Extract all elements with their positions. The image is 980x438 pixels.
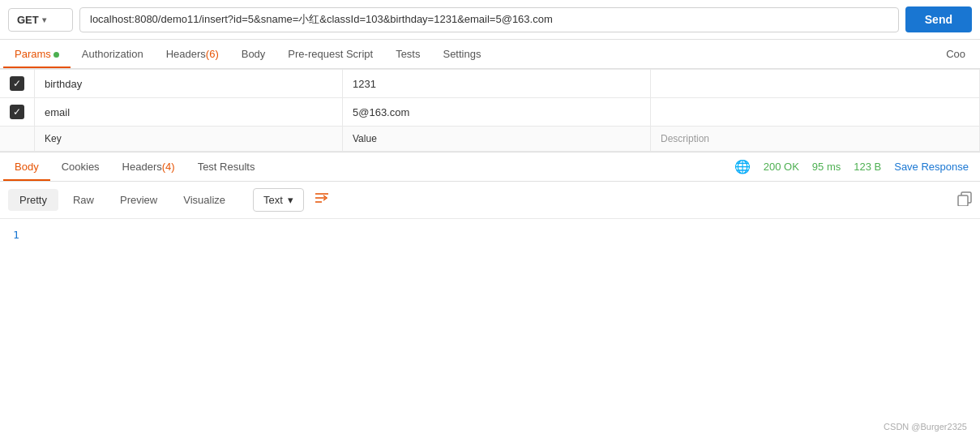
method-label: GET	[17, 14, 39, 26]
view-tab-pretty[interactable]: Pretty	[8, 189, 58, 211]
tab-headers[interactable]: Headers(6)	[155, 40, 230, 68]
table-row: ✓ birthday 1231	[0, 70, 980, 98]
method-select[interactable]: GET ▾	[8, 8, 73, 32]
tab-body[interactable]: Body	[230, 40, 277, 68]
save-response-button[interactable]: Save Response	[894, 161, 969, 173]
status-info: 🌐 200 OK 95 ms 123 B Save Response	[734, 159, 977, 174]
tab-prerequest[interactable]: Pre-request Script	[276, 40, 384, 68]
line-number: 1	[13, 229, 19, 241]
wrap-lines-icon[interactable]	[314, 191, 330, 209]
bottom-tab-test-results[interactable]: Test Results	[186, 152, 267, 181]
response-content: 1	[0, 219, 980, 251]
bottom-section: Body Cookies Headers(4) Test Results 🌐 2…	[0, 152, 980, 251]
desc-cell-0	[651, 70, 980, 98]
url-input[interactable]	[79, 7, 899, 32]
header-key-cell: Key	[35, 127, 343, 152]
checkbox-cell-1[interactable]: ✓	[0, 98, 35, 127]
key-cell-0: birthday	[35, 70, 343, 98]
top-bar: GET ▾ Send	[0, 0, 980, 40]
status-size: 123 B	[854, 161, 881, 173]
checkbox-cell-0[interactable]: ✓	[0, 70, 35, 98]
text-format-chevron-icon: ▾	[288, 194, 293, 206]
tab-params[interactable]: Params	[3, 40, 71, 68]
bottom-tab-cookies[interactable]: Cookies	[50, 152, 111, 181]
bottom-tab-body[interactable]: Body	[3, 152, 50, 181]
params-header-row: Key Value Description	[0, 127, 980, 152]
value-cell-1: 5@163.com	[343, 98, 651, 127]
response-view-tabs: Pretty Raw Preview Visualize Text ▾	[0, 182, 980, 219]
view-tab-preview[interactable]: Preview	[109, 189, 169, 211]
nav-tabs: Params Authorization Headers(6) Body Pre…	[0, 40, 980, 69]
tab-settings[interactable]: Settings	[431, 40, 492, 68]
value-cell-0: 1231	[343, 70, 651, 98]
text-format-dropdown[interactable]: Text ▾	[253, 188, 304, 212]
globe-icon: 🌐	[734, 159, 751, 174]
header-checkbox-cell	[0, 127, 35, 152]
svg-rect-4	[958, 195, 968, 206]
tab-coo[interactable]: Coo	[935, 40, 977, 68]
bottom-tab-headers[interactable]: Headers(4)	[111, 152, 186, 181]
status-time: 95 ms	[812, 161, 841, 173]
params-dot	[53, 52, 59, 58]
footer: CSDN @Burger2325	[884, 422, 967, 432]
copy-icon[interactable]	[957, 191, 972, 209]
checkbox-1[interactable]: ✓	[10, 105, 24, 119]
checkbox-0[interactable]: ✓	[10, 76, 24, 91]
chevron-down-icon: ▾	[42, 15, 46, 24]
view-tab-visualize[interactable]: Visualize	[172, 189, 237, 211]
tab-authorization[interactable]: Authorization	[71, 40, 155, 68]
header-value-cell: Value	[343, 127, 651, 152]
send-button[interactable]: Send	[905, 6, 972, 32]
status-code: 200 OK	[764, 161, 799, 173]
key-cell-1: email	[35, 98, 343, 127]
params-table: ✓ birthday 1231 ✓ email 5@163.com Key Va…	[0, 69, 980, 152]
tab-tests[interactable]: Tests	[384, 40, 431, 68]
table-row: ✓ email 5@163.com	[0, 98, 980, 127]
desc-cell-1	[651, 98, 980, 127]
view-tab-raw[interactable]: Raw	[62, 189, 105, 211]
header-desc-cell: Description	[651, 127, 980, 152]
bottom-tabs: Body Cookies Headers(4) Test Results 🌐 2…	[0, 152, 980, 182]
